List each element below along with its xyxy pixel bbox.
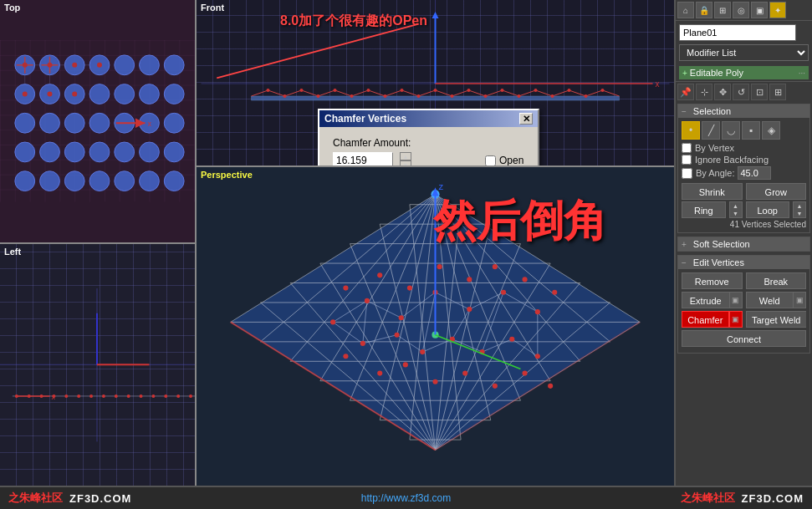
open-checkbox[interactable] xyxy=(485,155,496,166)
by-vertex-checkbox[interactable] xyxy=(682,143,692,153)
dialog-titlebar: Chamfer Vertices ✕ xyxy=(319,110,538,127)
ring-button[interactable]: Ring xyxy=(682,201,726,218)
object-name-field[interactable] xyxy=(679,24,796,41)
rp-utilities-icon[interactable]: ✦ xyxy=(769,2,786,18)
spin-up-button[interactable]: ▲ xyxy=(400,152,411,160)
open-label: Open xyxy=(499,155,523,166)
viewport-top[interactable]: x Top xyxy=(0,0,195,244)
break-button[interactable]: Break xyxy=(746,272,807,289)
by-angle-checkbox[interactable] xyxy=(682,168,692,179)
svg-point-18 xyxy=(64,113,84,133)
soft-selection-header[interactable]: + Soft Selection xyxy=(678,237,809,251)
viewport-left[interactable]: x Left xyxy=(0,244,195,486)
soft-selection-title: Soft Selection xyxy=(693,239,750,249)
svg-point-34 xyxy=(115,171,135,191)
chamfer-spinner[interactable]: ▲ ▼ xyxy=(400,152,411,167)
chamfer-targetweld-row: Chamfer ▣ Target Weld xyxy=(682,311,806,328)
svg-point-94 xyxy=(467,89,471,92)
svg-point-86 xyxy=(334,89,337,92)
loop-button[interactable]: Loop xyxy=(746,201,790,218)
edit-vertices-body: Remove Break Extrude ▣ Weld ▣ xyxy=(678,269,809,353)
top-viewport-label: Top xyxy=(4,3,20,13)
rp-home-icon[interactable]: ⌂ xyxy=(677,2,694,18)
dialog-body: Chamfer Amount: ▲ ▼ Open xyxy=(319,127,538,167)
rp-hierarchy-icon[interactable]: ⊞ xyxy=(714,2,731,18)
bottom-url: http://www.zf3d.com xyxy=(361,492,451,504)
angle-value-input[interactable] xyxy=(738,166,771,180)
pin-icon[interactable]: 📌 xyxy=(677,84,694,100)
ring-down[interactable]: ▼ xyxy=(730,210,742,217)
border-mode-icon[interactable]: ◡ xyxy=(722,121,740,140)
loop-down[interactable]: ▼ xyxy=(794,210,805,217)
rotate-icon[interactable]: ↺ xyxy=(733,84,749,100)
move-icon[interactable]: ✥ xyxy=(714,84,731,100)
dialog-close-button[interactable]: ✕ xyxy=(519,113,533,125)
svg-text:x: x xyxy=(147,120,151,128)
extrude-dots-button[interactable]: ▣ xyxy=(729,292,743,308)
rp-lock-icon[interactable]: 🔒 xyxy=(696,2,712,18)
target-weld-button[interactable]: Target Weld xyxy=(746,311,807,328)
connect-button[interactable]: Connect xyxy=(682,330,806,347)
select-icon[interactable]: ⊹ xyxy=(696,84,712,100)
bottom-logo-left: 之朱峰社区 ZF3D.COM xyxy=(8,491,131,506)
url-text: http://www.zf3d.com xyxy=(361,492,451,504)
svg-text:z: z xyxy=(439,181,444,191)
svg-point-12 xyxy=(89,84,110,104)
vertex-mode-icon[interactable]: • xyxy=(682,121,700,140)
svg-point-41 xyxy=(23,63,28,68)
mirror-icon[interactable]: ⊞ xyxy=(769,84,786,100)
svg-point-173 xyxy=(395,333,400,338)
front-viewport[interactable]: x xyxy=(197,0,674,167)
polygon-mode-icon[interactable]: ▪ xyxy=(742,121,760,140)
chamfer-amount-input[interactable] xyxy=(333,152,393,167)
editable-poly-row[interactable]: + Editable Poly ··· xyxy=(679,66,809,79)
top-view-bg: x xyxy=(0,0,195,242)
rp-display-icon[interactable]: ▣ xyxy=(751,2,768,18)
spin-down-button[interactable]: ▼ xyxy=(400,160,411,167)
rp-secondary-toolbar: 📌 ⊹ ✥ ↺ ⊡ ⊞ xyxy=(676,81,812,102)
loop-spinner[interactable]: ▲ ▼ xyxy=(793,201,806,218)
perspective-viewport-label: Perspective xyxy=(201,170,253,180)
weld-button[interactable]: Weld xyxy=(746,292,794,308)
rp-top-toolbar: ⌂ 🔒 ⊞ ◎ ▣ ✦ xyxy=(676,0,812,21)
svg-point-100 xyxy=(568,89,571,92)
grow-button[interactable]: Grow xyxy=(746,183,807,200)
svg-point-93 xyxy=(451,94,454,98)
site-right: ZF3D.COM xyxy=(742,492,804,505)
ring-spinner[interactable]: ▲ ▼ xyxy=(729,201,743,218)
dialog-title: Chamfer Vertices xyxy=(324,113,406,125)
svg-text:x: x xyxy=(51,392,55,400)
remove-button[interactable]: Remove xyxy=(682,272,743,289)
element-mode-icon[interactable]: ◈ xyxy=(762,121,780,140)
svg-point-101 xyxy=(585,94,588,98)
svg-point-6 xyxy=(115,55,135,75)
ring-loop-row: Ring ▲ ▼ Loop ▲ ▼ xyxy=(682,201,806,218)
svg-point-32 xyxy=(64,171,84,191)
svg-point-98 xyxy=(534,89,538,92)
scale-icon[interactable]: ⊡ xyxy=(751,84,768,100)
svg-point-68 xyxy=(127,394,130,397)
chamfer-dialog: Chamfer Vertices ✕ Chamfer Amount: ▲ ▼ xyxy=(318,109,539,167)
soft-selection-section: + Soft Selection xyxy=(677,237,810,252)
svg-point-67 xyxy=(115,394,118,397)
svg-point-15 xyxy=(164,84,184,104)
svg-point-36 xyxy=(164,171,184,191)
by-angle-row: By Angle: xyxy=(682,166,806,180)
chamfer-button[interactable]: Chamfer xyxy=(682,311,729,328)
shrink-button[interactable]: Shrink xyxy=(682,183,743,200)
edit-vertices-header[interactable]: − Edit Vertices xyxy=(678,256,809,269)
modifier-list-dropdown[interactable]: Modifier List xyxy=(679,44,809,61)
chamfer-dots-button[interactable]: ▣ xyxy=(729,311,743,328)
edge-mode-icon[interactable]: ╱ xyxy=(702,121,720,140)
svg-point-43 xyxy=(72,63,77,68)
rp-motion-icon[interactable]: ◎ xyxy=(733,2,749,18)
svg-point-169 xyxy=(467,307,472,312)
perspective-viewport[interactable]: z 然后倒角 Perspective xyxy=(197,167,674,486)
weld-dots-button[interactable]: ▣ xyxy=(793,292,806,308)
left-view-svg: x xyxy=(0,244,195,486)
selection-header[interactable]: − Selection xyxy=(678,104,809,118)
loop-up[interactable]: ▲ xyxy=(794,202,805,210)
ring-up[interactable]: ▲ xyxy=(730,202,742,210)
ignore-backfacing-checkbox[interactable] xyxy=(682,155,692,165)
extrude-button[interactable]: Extrude xyxy=(682,292,729,308)
